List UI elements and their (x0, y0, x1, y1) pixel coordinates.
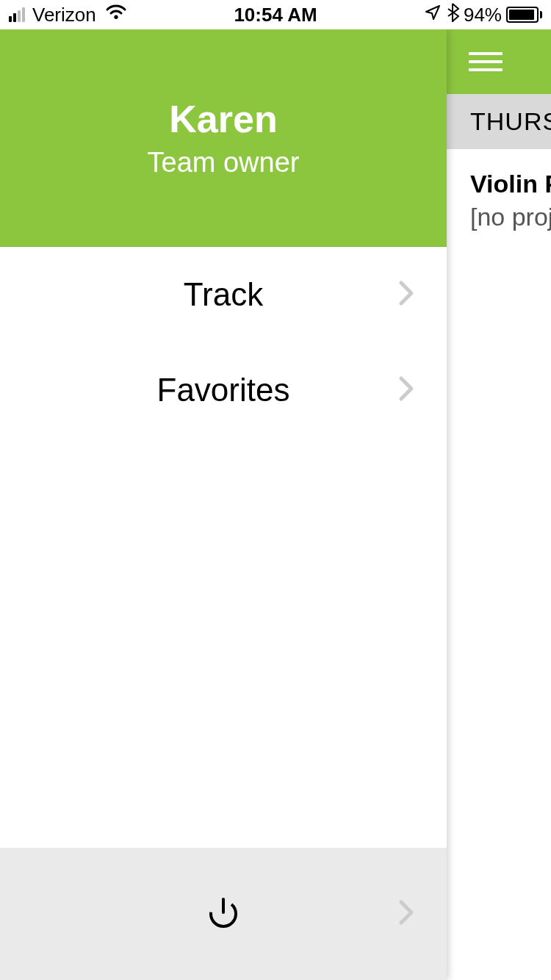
power-icon (206, 895, 241, 933)
chevron-right-icon (398, 899, 414, 929)
entry-item[interactable]: Violin Pr [no proje (447, 149, 551, 231)
menu-item-track[interactable]: Track (0, 247, 447, 342)
status-bar: Verizon 10:54 AM 94% (0, 0, 551, 29)
battery-icon (506, 7, 542, 23)
user-name: Karen (169, 97, 277, 141)
menu-item-label: Favorites (157, 372, 290, 408)
sidebar-drawer: Karen Team owner Track Favorites (0, 29, 447, 980)
user-role: Team owner (148, 147, 300, 179)
signal-strength-icon (9, 7, 25, 22)
status-left: Verizon (9, 4, 127, 26)
sidebar-header: Karen Team owner (0, 29, 447, 247)
menu-item-label: Track (184, 276, 263, 313)
main-header (447, 29, 551, 94)
sidebar-menu: Track Favorites (0, 247, 447, 848)
sidebar-footer-logout[interactable] (0, 848, 447, 980)
main-content-underlay: THURS Violin Pr [no proje (447, 29, 551, 980)
bluetooth-icon (446, 3, 459, 26)
hamburger-menu-icon[interactable] (469, 52, 503, 71)
carrier-label: Verizon (32, 4, 96, 26)
entry-title: Violin Pr (470, 170, 551, 198)
status-right: 94% (424, 3, 542, 26)
chevron-right-icon (398, 280, 414, 309)
status-time: 10:54 AM (234, 4, 317, 26)
wifi-icon (105, 4, 127, 25)
menu-item-favorites[interactable]: Favorites (0, 342, 447, 438)
chevron-right-icon (398, 375, 414, 405)
battery-percentage: 94% (464, 4, 502, 26)
location-icon (424, 4, 442, 26)
day-section-header: THURS (447, 94, 551, 149)
entry-subtitle: [no proje (470, 203, 551, 231)
